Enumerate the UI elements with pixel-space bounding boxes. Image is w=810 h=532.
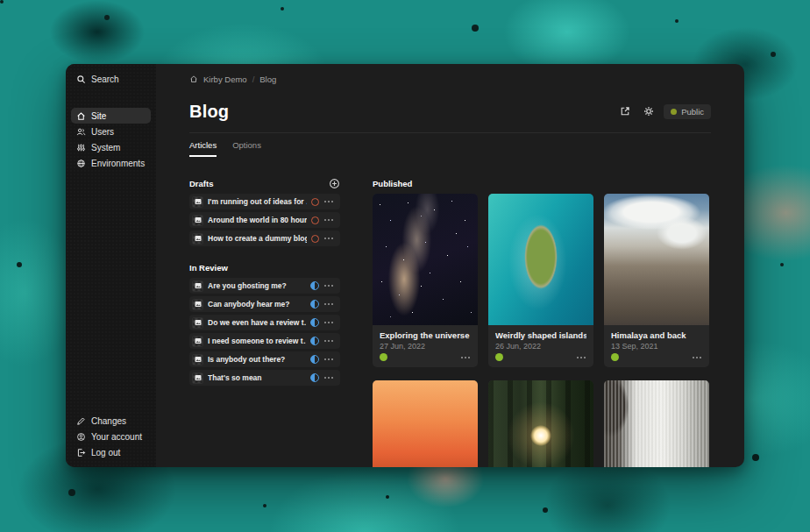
sidebar-item-search[interactable]: Search [71, 71, 151, 87]
published-card[interactable] [488, 380, 593, 467]
list-item-title: Are you ghosting me? [208, 281, 306, 290]
card-title: Exploring the universe [380, 330, 471, 340]
sidebar-item-system[interactable]: System [71, 139, 151, 155]
home-icon[interactable] [189, 74, 198, 83]
options-menu-button[interactable] [323, 377, 334, 379]
review-list-item[interactable]: Are you ghosting me? [189, 278, 340, 294]
breadcrumb: Kirby Demo / Blog [189, 73, 711, 85]
draft-list-item[interactable]: How to create a dummy blog [189, 231, 340, 246]
sidebar-item-site[interactable]: Site [71, 108, 151, 124]
sidebar-item-environments[interactable]: Environments [71, 155, 151, 171]
published-section-header: Published [373, 178, 711, 189]
thumbnail-placeholder-icon [192, 299, 203, 310]
settings-button[interactable] [640, 103, 657, 120]
thumbnail-placeholder-icon [192, 336, 203, 347]
external-link-icon [620, 106, 630, 117]
sidebar-item-changes[interactable]: Changes [71, 413, 151, 429]
published-card[interactable]: Himalaya and back 13 Sep, 2021 [604, 194, 709, 367]
options-menu-button[interactable] [460, 357, 471, 358]
header-actions: Public [616, 103, 711, 120]
public-status-dot-icon [671, 109, 677, 115]
draft-list-item[interactable]: I'm running out of ideas for … [189, 194, 340, 209]
published-card[interactable]: Weirdly shaped islands 26 Jun, 2022 [488, 194, 593, 367]
thumbnail-placeholder-icon [192, 280, 203, 292]
thumbnail-placeholder-icon [192, 233, 203, 245]
edit-icon [76, 416, 86, 426]
options-menu-button[interactable] [323, 201, 334, 202]
sidebar-item-label: Environments [91, 159, 145, 168]
options-menu-button[interactable] [576, 357, 586, 358]
published-card[interactable] [373, 380, 478, 467]
thumbnail-placeholder-icon [192, 372, 203, 384]
options-menu-button[interactable] [323, 358, 334, 360]
sidebar-item-label: System [91, 143, 120, 153]
sidebar-item-log-out[interactable]: Log out [71, 444, 151, 460]
section-title: Drafts [189, 179, 213, 188]
add-icon [329, 178, 340, 189]
page-header: Blog Public [189, 99, 711, 124]
sidebar-footer: Changes Your account Log out [71, 413, 151, 460]
list-item-title: I'm running out of ideas for … [208, 197, 307, 206]
content-area: Drafts I'm running out of ideas for … [189, 178, 711, 467]
thumbnail-placeholder-icon [192, 317, 203, 329]
waterfall-photo [604, 380, 709, 467]
options-menu-button[interactable] [323, 219, 334, 221]
published-column: Published Exploring the universe 27 Jun,… [373, 178, 711, 467]
breadcrumb-item[interactable]: Blog [259, 74, 276, 84]
sidebar: Search Site Users System [66, 64, 156, 467]
options-menu-button[interactable] [692, 357, 702, 358]
published-status-icon [611, 353, 619, 361]
in-review-status-icon [310, 373, 319, 382]
in-review-status-icon [310, 318, 319, 327]
published-status-icon [495, 353, 503, 361]
options-menu-button[interactable] [323, 303, 334, 305]
in-review-section-header: In Review [189, 262, 340, 273]
main-panel: Kirby Demo / Blog Blog Publi [156, 64, 744, 467]
tab-articles[interactable]: Articles [189, 140, 217, 157]
tab-options[interactable]: Options [232, 140, 261, 157]
search-icon [76, 74, 86, 84]
sidebar-item-users[interactable]: Users [71, 124, 151, 139]
options-menu-button[interactable] [323, 340, 334, 342]
list-item-title: How to create a dummy blog [208, 234, 307, 243]
list-item-title: I need someone to review t… [208, 337, 306, 345]
breadcrumb-item[interactable]: Kirby Demo [203, 74, 247, 84]
review-list-item[interactable]: I need someone to review t… [189, 333, 340, 349]
draft-list-item[interactable]: Around the world in 80 hours [189, 212, 340, 228]
sidebar-item-label: Changes [91, 416, 126, 426]
sidebar-item-label: Users [91, 127, 114, 137]
published-status-icon [380, 353, 387, 361]
island-aerial-photo [488, 194, 593, 325]
tab-bar: Articles Options [189, 132, 711, 157]
published-card-grid: Exploring the universe 27 Jun, 2022 Weir… [373, 194, 711, 467]
review-list-item[interactable]: Can anybody hear me? [189, 296, 340, 312]
add-draft-button[interactable] [328, 178, 340, 190]
open-preview-button[interactable] [616, 103, 634, 120]
status-badge-public[interactable]: Public [664, 104, 711, 119]
drafts-section-header: Drafts [189, 178, 340, 189]
in-review-status-icon [310, 300, 319, 309]
sidebar-nav: Site Users System Environments [71, 108, 151, 171]
kirby-panel-window: Search Site Users System [66, 64, 744, 467]
review-list-item[interactable]: That's so mean [189, 370, 340, 386]
list-item-title: Do we even have a review t… [208, 318, 306, 327]
published-card[interactable]: Exploring the universe 27 Jun, 2022 [373, 194, 478, 367]
published-card[interactable] [604, 380, 709, 467]
card-date: 13 Sep, 2021 [611, 342, 702, 351]
options-menu-button[interactable] [323, 322, 334, 323]
sidebar-item-label: Log out [91, 448, 120, 458]
sidebar-item-label: Search [91, 74, 119, 84]
gear-icon [643, 106, 654, 117]
in-review-status-icon [310, 337, 319, 345]
card-date: 26 Jun, 2022 [495, 342, 586, 351]
desert-sunset-camels-photo [373, 380, 478, 467]
in-review-status-icon [310, 281, 319, 290]
thumbnail-placeholder-icon [192, 215, 203, 226]
account-icon [76, 432, 86, 442]
options-menu-button[interactable] [323, 238, 334, 239]
sidebar-item-label: Site [91, 111, 106, 121]
options-menu-button[interactable] [323, 285, 334, 287]
review-list-item[interactable]: Do we even have a review t… [189, 315, 340, 330]
sidebar-item-your-account[interactable]: Your account [71, 429, 151, 444]
review-list-item[interactable]: Is anybody out there? [189, 351, 340, 367]
